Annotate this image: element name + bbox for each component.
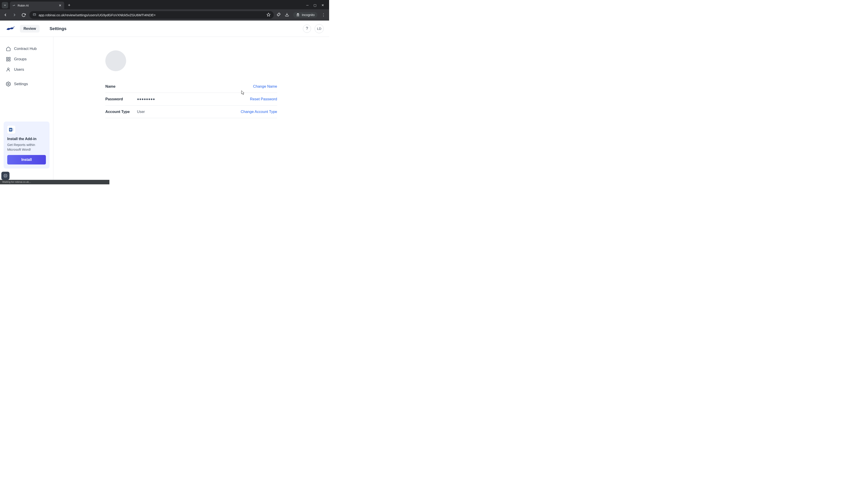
site-info-icon[interactable] bbox=[33, 13, 36, 17]
reload-button[interactable] bbox=[20, 12, 27, 18]
promo-title: Install the Add-in bbox=[7, 137, 46, 141]
promo-body: Get Reports within Microsoft Word! bbox=[7, 142, 46, 152]
window-maximize-icon[interactable]: ▢ bbox=[313, 3, 316, 7]
tab-title: Robin AI bbox=[18, 4, 29, 7]
svg-rect-7 bbox=[9, 60, 10, 61]
row-label: Account Type bbox=[105, 109, 137, 114]
svg-marker-2 bbox=[267, 13, 270, 16]
row-value: ●●●●●●●● bbox=[137, 97, 250, 101]
back-button[interactable] bbox=[2, 12, 8, 18]
home-icon bbox=[6, 46, 11, 51]
sidebar-item-label: Users bbox=[14, 67, 24, 72]
svg-line-15 bbox=[4, 174, 5, 175]
svg-rect-5 bbox=[9, 57, 10, 59]
svg-rect-6 bbox=[6, 60, 8, 61]
change-name-link[interactable]: Change Name bbox=[253, 84, 277, 89]
browser-tab[interactable]: Robin AI ✕ bbox=[10, 2, 64, 9]
svg-rect-0 bbox=[33, 13, 36, 15]
addin-promo-card: W Install the Add-in Get Reports within … bbox=[4, 122, 50, 168]
svg-rect-12 bbox=[12, 128, 13, 131]
downloads-icon[interactable] bbox=[285, 12, 289, 18]
change-account-type-link[interactable]: Change Account Type bbox=[241, 109, 277, 114]
sidebar-item-label: Settings bbox=[14, 82, 28, 86]
user-avatar[interactable]: LD bbox=[315, 24, 324, 33]
svg-line-17 bbox=[4, 176, 5, 177]
forward-button[interactable] bbox=[11, 12, 18, 18]
avatar-initials: LD bbox=[317, 27, 321, 31]
row-label: Password bbox=[105, 97, 137, 101]
extensions-icon[interactable] bbox=[276, 12, 281, 18]
sidebar-item-settings[interactable]: Settings bbox=[4, 79, 50, 89]
svg-point-14 bbox=[5, 175, 6, 177]
svg-rect-4 bbox=[6, 57, 8, 59]
install-button[interactable]: Install bbox=[7, 155, 46, 164]
help-button[interactable]: ? bbox=[303, 25, 311, 33]
tab-favicon bbox=[12, 4, 16, 7]
browser-menu-icon[interactable]: ⋮ bbox=[321, 12, 326, 18]
profile-row-name: Name Change Name bbox=[105, 80, 277, 93]
svg-point-9 bbox=[8, 84, 9, 85]
profile-picture-placeholder[interactable] bbox=[105, 51, 126, 71]
help-icon: ? bbox=[306, 26, 308, 31]
incognito-label: Incognito bbox=[302, 13, 315, 17]
svg-text:W: W bbox=[9, 129, 12, 131]
svg-line-16 bbox=[6, 176, 7, 177]
window-close-icon[interactable]: ✕ bbox=[321, 3, 324, 7]
window-minimize-icon[interactable]: ─ bbox=[306, 3, 309, 7]
support-fab[interactable] bbox=[1, 172, 9, 180]
svg-point-8 bbox=[7, 68, 9, 70]
gear-icon bbox=[6, 82, 11, 87]
row-value: User bbox=[137, 109, 241, 114]
incognito-badge[interactable]: Incognito bbox=[293, 12, 317, 18]
lifebuoy-icon bbox=[3, 173, 8, 178]
sidebar-item-label: Contract Hub bbox=[14, 46, 37, 51]
page-title: Settings bbox=[50, 26, 66, 31]
word-icon: W bbox=[7, 126, 16, 134]
sidebar-item-contract-hub[interactable]: Contract Hub bbox=[4, 43, 50, 54]
new-tab-button[interactable]: + bbox=[66, 2, 72, 8]
sidebar-item-label: Groups bbox=[14, 57, 27, 61]
address-bar[interactable]: app.robinai.co.uk/review/settings/users/… bbox=[29, 11, 274, 19]
review-label: Review bbox=[24, 27, 36, 31]
tab-search-button[interactable] bbox=[2, 2, 8, 8]
grid-icon bbox=[6, 57, 11, 62]
url-text: app.robinai.co.uk/review/settings/users/… bbox=[39, 13, 264, 17]
app-logo[interactable] bbox=[5, 25, 16, 32]
tab-close-icon[interactable]: ✕ bbox=[58, 4, 62, 7]
profile-row-password: Password ●●●●●●●● Reset Password bbox=[105, 93, 277, 105]
bookmark-icon[interactable] bbox=[267, 13, 271, 18]
row-label: Name bbox=[105, 84, 137, 89]
sidebar-item-groups[interactable]: Groups bbox=[4, 54, 50, 64]
svg-line-18 bbox=[6, 174, 7, 175]
browser-status-bar: Waiting for robinai.co.uk... bbox=[0, 180, 110, 184]
sidebar-item-users[interactable]: Users bbox=[4, 64, 50, 75]
profile-row-account-type: Account Type User Change Account Type bbox=[105, 105, 277, 118]
user-icon bbox=[6, 67, 11, 72]
reset-password-link[interactable]: Reset Password bbox=[250, 97, 277, 101]
review-nav-button[interactable]: Review bbox=[20, 25, 39, 33]
